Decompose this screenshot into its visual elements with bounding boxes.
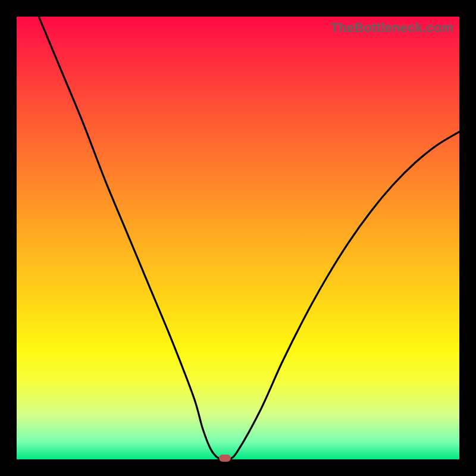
bottleneck-curve [17,17,459,459]
plot-area: TheBottleneck.com [17,17,459,459]
chart-frame: TheBottleneck.com [0,0,476,476]
optimal-point-marker [219,455,231,462]
